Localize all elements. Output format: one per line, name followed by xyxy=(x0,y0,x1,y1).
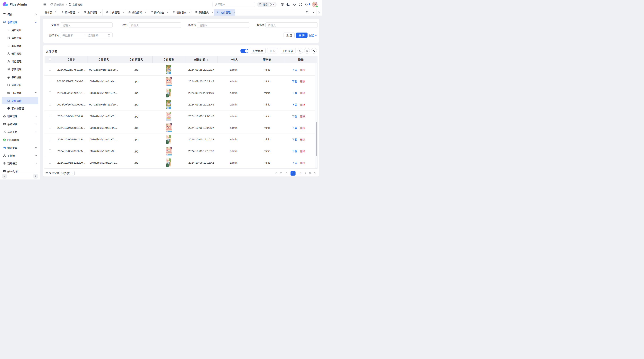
svg-text:DEV: DEV xyxy=(8,92,10,93)
